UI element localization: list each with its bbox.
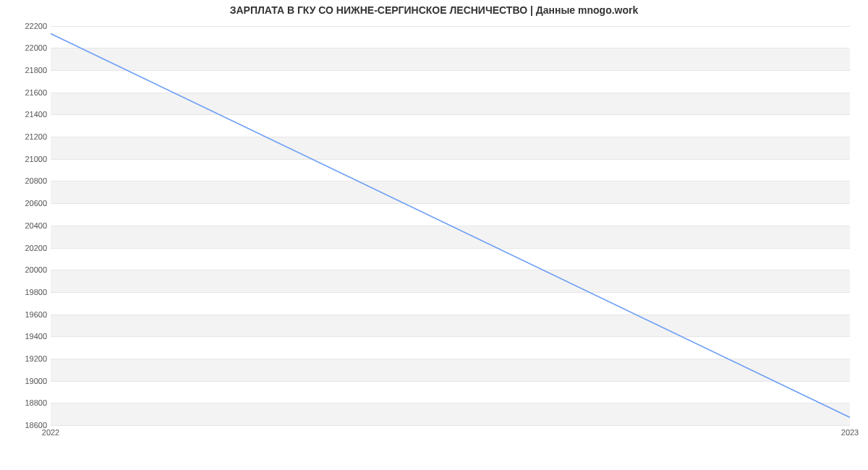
y-tick-label: 19200 <box>7 354 47 363</box>
x-tick-label: 2022 <box>42 428 59 437</box>
y-tick-label: 21000 <box>7 155 47 163</box>
y-tick-label: 20800 <box>7 176 47 185</box>
y-tick-label: 19000 <box>7 377 47 385</box>
y-tick-label: 22200 <box>7 22 47 30</box>
y-tick-label: 20200 <box>7 244 47 252</box>
line-series <box>51 20 850 425</box>
y-tick-label: 19800 <box>7 288 47 296</box>
series-line <box>51 33 850 417</box>
plot-area <box>51 20 850 425</box>
y-tick-label: 21800 <box>7 66 47 74</box>
chart-container: ЗАРПЛАТА В ГКУ СО НИЖНЕ-СЕРГИНСКОЕ ЛЕСНИ… <box>0 0 868 456</box>
y-tick-label: 20000 <box>7 265 47 274</box>
chart-title: ЗАРПЛАТА В ГКУ СО НИЖНЕ-СЕРГИНСКОЕ ЛЕСНИ… <box>0 4 868 16</box>
y-tick-label: 19600 <box>7 310 47 319</box>
grid-line <box>51 425 850 426</box>
y-tick-label: 19400 <box>7 332 47 341</box>
y-tick-label: 21200 <box>7 132 47 141</box>
y-tick-label: 22000 <box>7 43 47 52</box>
x-tick-label: 2023 <box>841 428 859 437</box>
y-tick-label: 21400 <box>7 110 47 119</box>
y-tick-label: 20600 <box>7 199 47 208</box>
y-tick-label: 21600 <box>7 88 47 97</box>
y-tick-label: 18600 <box>7 421 47 430</box>
y-tick-label: 20400 <box>7 221 47 230</box>
y-tick-label: 18800 <box>7 398 47 407</box>
